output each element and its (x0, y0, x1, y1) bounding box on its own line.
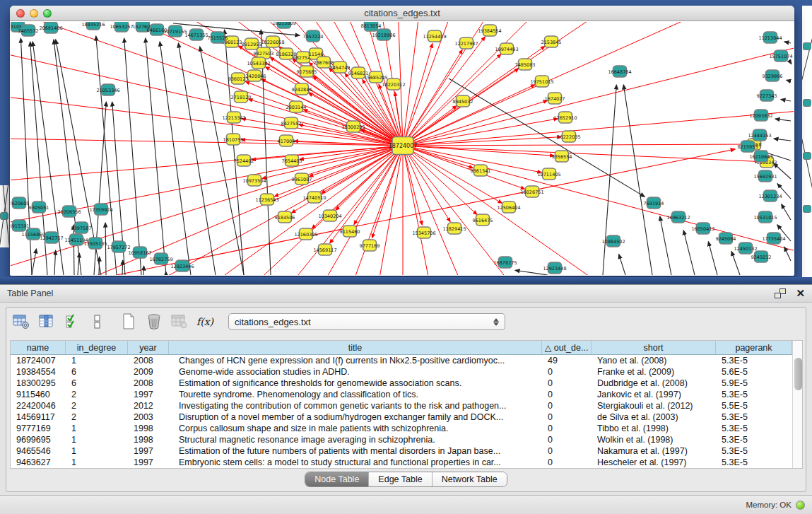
column-header-year[interactable]: year (128, 341, 169, 354)
table-cell-pagerank[interactable]: 5.3E-5 (716, 411, 792, 423)
table-cell-name[interactable]: 22420046 (11, 400, 66, 411)
scrollbar-thumb[interactable] (794, 358, 802, 390)
graph-edge[interactable] (775, 119, 791, 121)
column-header-in_degree[interactable]: in_degree (66, 341, 128, 354)
table-cell-in_degree[interactable]: 1 (66, 445, 128, 457)
memory-status-icon[interactable] (796, 501, 805, 510)
table-row[interactable]: 946362711997Embryonic stem cells: a mode… (11, 457, 792, 468)
table-cell-year[interactable]: 1998 (128, 423, 169, 434)
zoom-window-button[interactable] (43, 9, 52, 18)
table-cell-in_degree[interactable]: 2 (66, 389, 128, 400)
graph-edge[interactable] (32, 249, 36, 275)
table-row[interactable]: 1938455462009Genome-wide association stu… (11, 366, 792, 378)
table-cell-in_degree[interactable]: 6 (66, 366, 128, 378)
graph-edge[interactable] (623, 85, 652, 275)
graph-edge[interactable] (784, 42, 791, 43)
graph-edge[interactable] (249, 99, 403, 146)
table-cell-in_degree[interactable]: 1 (66, 355, 128, 366)
graph-edge[interactable] (124, 38, 141, 275)
background-window-right[interactable] (802, 6, 812, 277)
table-cell-pagerank[interactable]: 5.3E-5 (716, 355, 792, 366)
graph-edge[interactable] (403, 146, 554, 156)
column-header-short[interactable]: short (592, 341, 716, 354)
graph-edge[interactable] (143, 266, 144, 275)
table-cell-name[interactable]: 9777169 (11, 423, 66, 434)
table-row[interactable]: 977716911998Corpus callosum shape and si… (11, 423, 792, 434)
table-cell-in_degree[interactable]: 2 (66, 411, 128, 423)
graph-edge[interactable] (403, 146, 794, 275)
table-cell-title[interactable]: Embryonic stem cells: a model to study s… (169, 457, 542, 468)
graph-edge[interactable] (403, 54, 501, 146)
graph-edge[interactable] (178, 43, 216, 275)
table-cell-pagerank[interactable]: 5.9E-5 (716, 378, 792, 389)
create-table-icon[interactable] (119, 313, 138, 331)
graph-edge[interactable] (225, 30, 244, 275)
table-cell-short[interactable]: Tibbo et al. (1998) (592, 423, 716, 434)
table-cell-in_degree[interactable]: 6 (66, 378, 128, 389)
table-cell-name[interactable]: 19384554 (11, 366, 66, 378)
graph-edge[interactable] (781, 100, 791, 101)
table-cell-title[interactable]: Genome-wide association studies in ADHD. (169, 366, 542, 378)
column-header-pagerank[interactable]: pagerank (716, 341, 792, 354)
table-cell-year[interactable]: 2009 (128, 366, 169, 378)
table-cell-name[interactable]: 14569117 (11, 411, 66, 423)
table-cell-name[interactable]: 18300295 (11, 378, 66, 389)
table-cell-pagerank[interactable]: 5.6E-5 (716, 366, 792, 378)
graph-edge[interactable] (774, 139, 791, 141)
graph-edge[interactable] (403, 146, 794, 275)
table-cell-title[interactable]: Investigating the contribution of common… (169, 400, 542, 411)
graph-edge[interactable] (403, 146, 525, 189)
graph-edge[interactable] (336, 146, 403, 210)
select-all-icon[interactable] (63, 313, 81, 331)
table-cell-out_degree[interactable]: 0 (542, 457, 592, 468)
graph-edge[interactable] (78, 253, 79, 275)
table-cell-pagerank[interactable]: 5.3E-5 (716, 423, 792, 434)
table-cell-year[interactable]: 2008 (128, 355, 169, 366)
graph-edge[interactable] (146, 38, 166, 275)
table-settings-icon[interactable] (12, 313, 30, 331)
table-cell-short[interactable]: Franke et al. (2009) (592, 366, 716, 378)
table-row[interactable]: 1456911722003Disruption of a novel membe… (11, 411, 792, 423)
graph-edge[interactable] (683, 230, 695, 275)
table-cell-title[interactable]: Corpus callosum shape and size in male p… (169, 423, 542, 434)
table-cell-title[interactable]: Tourette syndrome. Phenomenology and cla… (169, 389, 542, 400)
window-titlebar[interactable]: citations_edges.txt (10, 6, 794, 21)
table-cell-out_degree[interactable]: 0 (542, 378, 592, 389)
tab-node-table[interactable]: Node Table (305, 472, 369, 486)
table-cell-in_degree[interactable]: 1 (66, 457, 128, 468)
table-cell-out_degree[interactable]: 0 (542, 445, 592, 457)
table-cell-year[interactable]: 2003 (128, 411, 169, 423)
graph-edge[interactable] (99, 257, 100, 275)
table-cell-year[interactable]: 1998 (128, 434, 169, 445)
table-row[interactable]: 946554611997Estimation of the future num… (11, 445, 792, 457)
graph-edge[interactable] (403, 144, 746, 146)
table-cell-in_degree[interactable]: 2 (66, 400, 128, 411)
graph-edge[interactable] (231, 146, 403, 275)
table-cell-short[interactable]: Wolkin et al. (1998) (592, 434, 716, 445)
table-cell-out_degree[interactable]: 0 (542, 366, 592, 378)
graph-edge[interactable] (791, 63, 792, 64)
table-cell-title[interactable]: Disruption of a novel member of a sodium… (169, 411, 542, 423)
import-table-icon[interactable] (170, 313, 189, 331)
table-cell-title[interactable]: Estimation of the future numbers of pati… (169, 445, 542, 457)
table-cell-year[interactable]: 2012 (128, 400, 169, 411)
graph-edge[interactable] (403, 146, 794, 275)
table-row[interactable]: 969969511998Structural magnetic resonanc… (11, 434, 792, 445)
graph-edge[interactable] (731, 251, 740, 275)
table-cell-pagerank[interactable]: 5.5E-5 (716, 400, 792, 411)
table-cell-title[interactable]: Structural magnetic resonance image aver… (169, 434, 542, 445)
table-cell-short[interactable]: Dudbridge et al. (2008) (592, 378, 716, 389)
table-cell-pagerank[interactable]: 5.3E-5 (716, 434, 792, 445)
column-header-out_degree[interactable]: △ out_de... (542, 341, 592, 354)
column-header-title[interactable]: title (169, 341, 542, 354)
close-panel-icon[interactable]: ✕ (796, 288, 805, 298)
vertical-scrollbar[interactable] (792, 341, 802, 468)
network-canvas[interactable]: 8960123891295518226058982750310543382818… (11, 22, 794, 275)
table-cell-short[interactable]: de Silva et al. (2003) (592, 411, 716, 423)
graph-edge[interactable] (708, 242, 717, 275)
graph-edge[interactable] (660, 216, 671, 275)
table-cell-pagerank[interactable]: 5.3E-5 (716, 389, 792, 400)
table-cell-short[interactable]: Nakamura et al. (1997) (592, 445, 716, 457)
table-cell-year[interactable]: 1997 (128, 445, 169, 457)
table-cell-year[interactable]: 1997 (128, 389, 169, 400)
